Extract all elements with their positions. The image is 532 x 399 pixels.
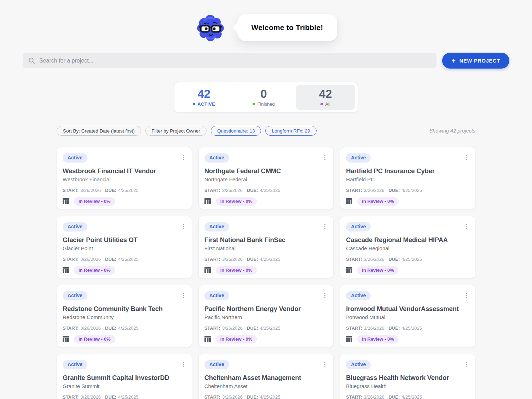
welcome-speech-bubble: Welcome to Tribble! xyxy=(237,14,337,41)
start-date: 3/26/2026 xyxy=(364,325,384,331)
review-badge: In Review • 0% xyxy=(216,335,257,344)
review-badge: In Review • 0% xyxy=(357,335,399,344)
card-top-row: Active xyxy=(63,222,186,231)
project-card[interactable]: Active Northgate Federal CMMC Northgate … xyxy=(198,147,334,209)
start-date: 3/26/2026 xyxy=(222,325,243,331)
all-label-text: All xyxy=(325,101,330,107)
project-dates: START: 3/26/2026 DUE: 4/25/2025 xyxy=(346,257,469,262)
start-label: START: xyxy=(63,257,79,262)
project-card[interactable]: Active Ironwood Mutual VendorAssessment … xyxy=(340,285,475,347)
start-date: 3/26/2026 xyxy=(80,257,101,262)
due-label: DUE: xyxy=(105,325,116,331)
card-footer: In Review • 0% xyxy=(63,266,186,275)
stat-active[interactable]: 42 ACTIVE xyxy=(174,82,234,112)
kebab-menu-icon[interactable] xyxy=(322,223,328,230)
kebab-menu-icon[interactable] xyxy=(181,361,186,368)
project-owner: Pacific Northern xyxy=(204,314,328,320)
project-card[interactable]: Active Hartfield PC Insurance Cyber Hart… xyxy=(340,147,475,209)
status-badge: Active xyxy=(204,153,229,163)
kebab-menu-icon[interactable] xyxy=(464,361,469,368)
project-card[interactable]: Active Cascade Regional Medical HIPAA Ca… xyxy=(340,216,475,278)
status-badge: Active xyxy=(346,153,371,163)
status-badge: Active xyxy=(204,360,229,369)
project-title: First National Bank FinSec xyxy=(204,236,328,244)
tribble-mascot xyxy=(195,12,226,43)
table-icon xyxy=(204,198,211,204)
new-project-button[interactable]: + NEW PROJECT xyxy=(442,53,509,69)
table-icon xyxy=(204,336,211,342)
due-date: 4/25/2025 xyxy=(260,325,281,331)
project-dates: START: 3/26/2026 DUE: 4/25/2025 xyxy=(346,325,469,331)
due-date: 4/25/2025 xyxy=(260,257,281,262)
card-top-row: Active xyxy=(63,291,186,300)
project-title: Granite Summit Capital InvestorDD xyxy=(63,374,186,382)
project-owner: Ironwood Mutual xyxy=(346,314,469,320)
questionnaire-chip[interactable]: Questionnaire: 13 xyxy=(211,126,261,136)
project-card[interactable]: Active First National Bank FinSec First … xyxy=(198,216,334,278)
longform-rfx-chip[interactable]: Longform RFx: 29 xyxy=(265,126,316,136)
kebab-menu-icon[interactable] xyxy=(464,292,469,299)
project-card[interactable]: Active Pacific Northern Energy Vendor Pa… xyxy=(198,285,334,347)
welcome-header: Welcome to Tribble! xyxy=(0,0,532,44)
review-badge: In Review • 0% xyxy=(74,335,115,344)
kebab-menu-icon[interactable] xyxy=(181,154,186,161)
stat-all[interactable]: 42 All xyxy=(296,85,355,110)
project-card[interactable]: Active Bluegrass Health Network Vendor B… xyxy=(340,354,475,399)
project-title: Westbrook Financial IT Vendor xyxy=(63,167,186,175)
sort-by-chip[interactable]: Sort By: Created Date (latest first) xyxy=(57,126,141,136)
project-owner: Cheltenham Asset xyxy=(204,383,328,389)
project-title: Cheltenham Asset Management xyxy=(204,374,328,382)
table-icon xyxy=(63,336,69,342)
project-card[interactable]: Active Cheltenham Asset Management Chelt… xyxy=(198,354,334,399)
finished-dot xyxy=(253,103,255,105)
due-label: DUE: xyxy=(247,257,258,262)
due-label: DUE: xyxy=(388,257,400,262)
start-label: START: xyxy=(204,257,220,262)
card-footer: In Review • 0% xyxy=(346,266,469,275)
start-date: 3/26/2026 xyxy=(222,257,243,262)
due-label: DUE: xyxy=(247,188,258,193)
project-dates: START: 3/26/2026 DUE: 4/25/2025 xyxy=(204,257,328,262)
kebab-menu-icon[interactable] xyxy=(464,223,469,230)
search-icon xyxy=(28,57,35,64)
card-footer: In Review • 0% xyxy=(346,197,469,206)
start-label: START: xyxy=(204,325,220,331)
kebab-menu-icon[interactable] xyxy=(322,361,328,368)
kebab-menu-icon[interactable] xyxy=(181,223,186,230)
project-title: Northgate Federal CMMC xyxy=(204,167,328,175)
table-icon xyxy=(204,267,211,273)
status-badge: Active xyxy=(346,222,371,231)
project-dates: START: 3/26/2026 DUE: 4/25/2025 xyxy=(346,188,469,193)
kebab-menu-icon[interactable] xyxy=(322,154,328,161)
kebab-menu-icon[interactable] xyxy=(322,292,328,299)
start-label: START: xyxy=(346,188,362,193)
project-card[interactable]: Active Glacier Point Utilities OT Glacie… xyxy=(57,216,192,278)
all-label: All xyxy=(320,101,330,107)
kebab-menu-icon[interactable] xyxy=(181,292,186,299)
card-footer: In Review • 0% xyxy=(63,197,186,206)
due-date: 4/25/2025 xyxy=(118,257,139,262)
project-card[interactable]: Active Westbrook Financial IT Vendor Wes… xyxy=(57,147,192,209)
project-card[interactable]: Active Granite Summit Capital InvestorDD… xyxy=(57,354,192,399)
table-icon xyxy=(346,198,353,204)
due-date: 4/25/2025 xyxy=(401,188,422,193)
due-date: 4/25/2025 xyxy=(118,188,139,193)
card-top-row: Active xyxy=(63,360,186,369)
search-input[interactable] xyxy=(39,58,431,64)
kebab-menu-icon[interactable] xyxy=(464,154,469,161)
filter-owner-chip[interactable]: Filter by Project Owner xyxy=(145,126,207,136)
card-footer: In Review • 0% xyxy=(63,335,186,344)
stat-finished[interactable]: 0 Finished xyxy=(234,82,294,112)
project-owner: Glacier Point xyxy=(63,245,186,251)
search-bar[interactable] xyxy=(23,53,436,68)
mascot-illustration xyxy=(195,12,226,43)
project-card[interactable]: Active Redstone Community Bank Tech Reds… xyxy=(57,285,192,347)
project-owner: First National xyxy=(204,245,328,251)
start-label: START: xyxy=(346,325,362,331)
project-owner: Redstone Community xyxy=(63,314,186,320)
start-date: 3/26/2026 xyxy=(80,394,101,399)
card-top-row: Active xyxy=(346,222,469,231)
project-owner: Northgate Federal xyxy=(204,176,328,182)
due-date: 4/25/2025 xyxy=(118,325,139,331)
project-dates: START: 3/26/2026 DUE: 4/25/2025 xyxy=(204,394,328,399)
